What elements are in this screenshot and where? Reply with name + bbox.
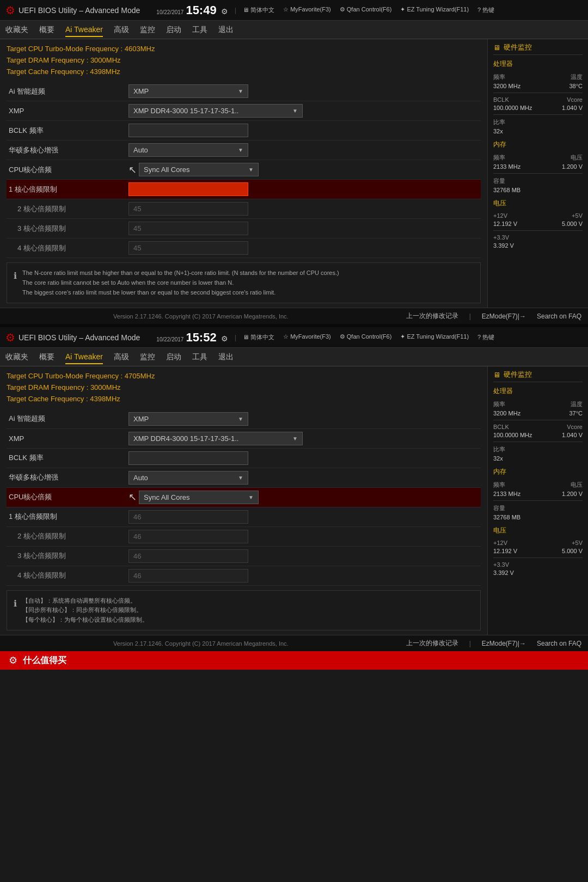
nav-boot-1[interactable]: 启动 [166,23,181,37]
input-bclk-1[interactable]: 102.3000 [128,124,248,137]
mem-freq-row-2: 频率 电压 [493,481,583,489]
lang-menu[interactable]: 🖥 简体中文 [243,6,274,14]
mem-freq-row-1: 频率 电压 [493,154,583,162]
ezmode-link-1[interactable]: EzMode(F7)|→ [482,313,526,320]
nav-aitweaker-1[interactable]: Ai Tweaker [65,23,103,37]
info-icon-2: ℹ [14,597,17,625]
chevron-down-icon: ▼ [248,167,254,173]
chevron-down-icon: ▼ [238,475,243,481]
lang-menu-2[interactable]: 🖥 简体中文 [243,333,274,341]
footer-version-2: Version 2.17.1246. Copyright (C) 2017 Am… [7,640,395,647]
nav-monitor-2[interactable]: 监控 [140,350,155,364]
setting-core4-ratio-2: 4 核心倍频限制 46 [7,566,481,586]
dropdown-ai-oc-1[interactable]: XMP ▼ [128,84,248,98]
nav-overview-2[interactable]: 概要 [39,350,54,364]
setting-bclk-2: BCLK 频率 102.3000 [7,449,481,468]
search-faq-link-1[interactable]: Search on FAQ [537,313,581,320]
nav-tools-2[interactable]: 工具 [192,350,207,364]
nav-favorites-1[interactable]: 收藏夹 [5,23,28,37]
target-dram-1: Target DRAM Frequency : 3000MHz [7,55,481,66]
ratio-row-2: 比率 [493,445,583,454]
rog-logo-2: ⚙ [5,331,15,344]
hotkey-menu-2[interactable]: ? 热键 [477,333,494,341]
last-change-link-2[interactable]: 上一次的修改记录 [406,639,458,648]
nav-boot-2[interactable]: 启动 [166,350,181,364]
qfan-menu-2[interactable]: ⚙ Qfan Control(F6) [340,333,392,341]
cursor-icon-1: ↖ [128,164,137,176]
info-box-1: ℹ The N-core ratio limit must be higher … [7,262,481,303]
myfav-menu-2[interactable]: ☆ MyFavorite(F3) [283,333,331,341]
myfav-menu[interactable]: ☆ MyFavorite(F3) [283,6,331,14]
dropdown-multicore-2[interactable]: Auto ▼ [128,471,248,485]
ez-tuning-menu-2[interactable]: ✦ EZ Tuning Wizard(F11) [400,333,469,341]
date-label-2: 10/22/2017 [156,336,183,342]
value-xmp-1: XMP DDR4-3000 15-17-17-35-1.. ▼ [128,104,479,118]
bios-panel-2: ⚙ UEFI BIOS Utility – Advanced Mode 10/2… [0,327,588,670]
nav-advanced-1[interactable]: 高级 [114,23,129,37]
last-change-link-1[interactable]: 上一次的修改记录 [406,311,458,321]
target-info-1: Target CPU Turbo-Mode Frequency : 4603MH… [7,44,481,77]
nav-exit-2[interactable]: 退出 [218,350,234,364]
nav-advanced-2[interactable]: 高级 [114,350,129,364]
bclk-val-row-2: 100.0000 MHz 1.040 V [493,432,583,438]
gear-icon-1: ⚙ [221,7,228,16]
input-bclk-2[interactable]: 102.3000 [128,451,248,465]
dropdown-cpu-ratio-2[interactable]: Sync All Cores ▼ [139,491,259,504]
value-core4-1: 45 [128,241,479,255]
info-box-2: ℹ 【自动】：系统将自动调整所有核心倍频。 【同步所有核心】：同步所有核心倍频限… [7,590,481,631]
qfan-menu[interactable]: ⚙ Qfan Control(F6) [340,6,392,14]
dropdown-xmp-1[interactable]: XMP DDR4-3000 15-17-17-35-1.. ▼ [128,104,303,118]
bios-panel-1: ⚙ UEFI BIOS Utility – Advanced Mode 10/2… [0,0,588,324]
setting-ai-oc-1: Ai 智能超频 XMP ▼ [7,82,481,101]
bios-title-2: UEFI BIOS Utility – Advanced Mode [19,333,140,342]
hotkey-menu[interactable]: ? 热键 [477,6,494,14]
ezmode-link-2[interactable]: EzMode(F7)|→ [482,640,526,647]
search-faq-link-2[interactable]: Search on FAQ [537,640,581,647]
bclk-row-2: BCLK Vcore [493,424,583,430]
mem-cap-val-row-1: 32768 MB [493,187,583,193]
time-display-2: 15:52 [186,330,216,345]
setting-xmp-2: XMP XMP DDR4-3000 15-17-17-35-1.. ▼ [7,429,481,449]
sidebar-title-2: 🖥 硬件监控 [493,370,583,382]
dropdown-ai-oc-2[interactable]: XMP ▼ [128,412,248,426]
target-cache-2: Target Cache Frequency : 4398MHz [7,394,481,405]
ez-tuning-menu[interactable]: ✦ EZ Tuning Wizard(F11) [400,6,469,14]
nav-tools-1[interactable]: 工具 [192,23,207,37]
target-info-2: Target CPU Turbo-Mode Frequency : 4705MH… [7,371,481,405]
label-ai-oc-1: Ai 智能超频 [9,87,128,96]
setting-bclk-1: BCLK 频率 102.3000 [7,121,481,140]
setting-core2-ratio-1: 2 核心倍频限制 45 [7,199,481,219]
main-layout-1: Target CPU Turbo-Mode Frequency : 4603MH… [0,39,588,308]
input-core1-1[interactable]: 45 [128,182,248,196]
setting-core1-ratio-2: 1 核心倍频限制 46 [7,507,481,527]
value-xmp-2: XMP DDR4-3000 15-17-17-35-1.. ▼ [128,432,479,445]
setting-core3-ratio-2: 3 核心倍频限制 46 [7,547,481,566]
nav-aitweaker-2[interactable]: Ai Tweaker [65,350,103,364]
mem-cap-row-1: 容量 [493,177,583,185]
volt-33-row-2: +3.3V [493,561,583,568]
dropdown-xmp-2[interactable]: XMP DDR4-3000 15-17-17-35-1.. ▼ [128,432,303,445]
chevron-down-icon: ▼ [238,416,243,422]
nav-overview-1[interactable]: 概要 [39,23,54,37]
label-core3-1: 3 核心倍频限制 [9,224,128,234]
value-multicore-2: Auto ▼ [128,471,479,485]
memory-section-2: 内存 频率 电压 2133 MHz 1.200 V 容量 32768 MB [493,467,583,520]
gear-icon-2: ⚙ [221,334,228,343]
nav-exit-1[interactable]: 退出 [218,23,234,37]
main-layout-2: Target CPU Turbo-Mode Frequency : 4705MH… [0,366,588,635]
label-bclk-1: BCLK 频率 [9,126,128,136]
chevron-down-icon: ▼ [238,147,243,153]
dropdown-multicore-1[interactable]: Auto ▼ [128,143,248,157]
setting-ai-oc-2: Ai 智能超频 XMP ▼ [7,409,481,429]
setting-cpu-ratio-1: CPU核心倍频 ↖ Sync All Cores ▼ [7,160,481,180]
processor-title-1: 处理器 [493,59,583,70]
label-core1-1: 1 核心倍频限制 [9,185,128,194]
nav-favorites-2[interactable]: 收藏夹 [5,350,28,364]
value-core1-2: 46 [128,510,479,524]
setting-core1-ratio-1: 1 核心倍频限制 45 [7,180,481,199]
nav-monitor-1[interactable]: 监控 [140,23,155,37]
dropdown-cpu-ratio-1[interactable]: Sync All Cores ▼ [139,163,259,176]
info-text-2: 【自动】：系统将自动调整所有核心倍频。 【同步所有核心】：同步所有核心倍频限制。… [22,596,148,625]
value-ai-oc-1: XMP ▼ [128,84,479,98]
bclk-row-1: BCLK Vcore [493,96,583,103]
